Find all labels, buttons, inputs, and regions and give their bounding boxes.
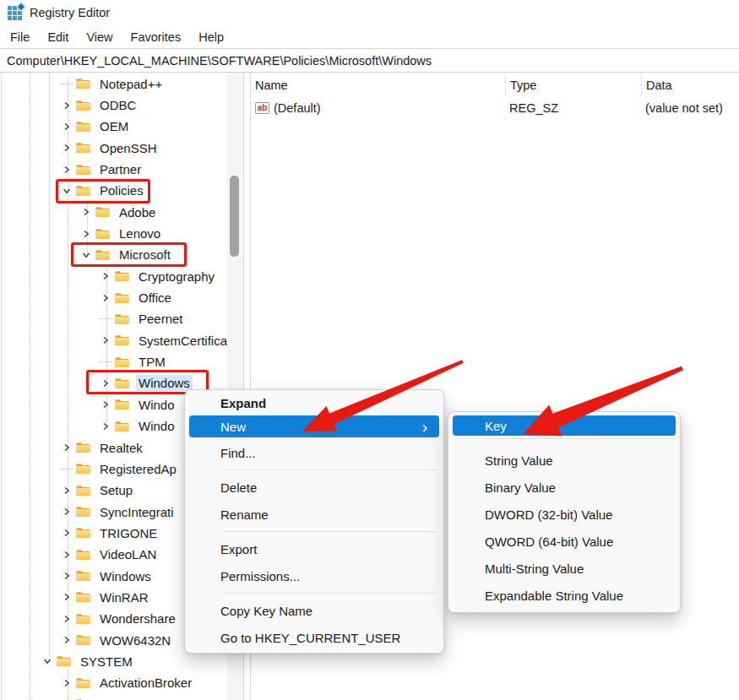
value-row-default[interactable]: (Default) REG_SZ (value not set)	[251, 96, 739, 119]
chevron-right-icon[interactable]	[61, 142, 73, 154]
chevron-down-icon[interactable]	[41, 655, 53, 667]
tree-item-label: RegisteredAp	[97, 461, 179, 477]
chevron-right-icon[interactable]	[61, 100, 73, 111]
menu-item-binary-value[interactable]: Binary Value	[448, 474, 680, 501]
menu-item-string-value[interactable]: String Value	[448, 447, 680, 474]
tree-item-label: SyncIntegrati	[97, 504, 177, 520]
chevron-right-icon[interactable]	[100, 334, 111, 346]
menu-item-expand[interactable]: Expand	[185, 392, 443, 414]
folder-icon	[57, 655, 71, 667]
tree-item-label: ActivationBroker	[97, 675, 194, 691]
menu-item-label: DWORD (32-bit) Value	[485, 507, 612, 522]
new-submenu: KeyString ValueBinary ValueDWORD (32-bit…	[448, 411, 681, 613]
column-header-name[interactable]: Name	[251, 73, 505, 96]
folder-icon	[76, 634, 90, 646]
menu-item-copy-key-name[interactable]: Copy Key Name	[185, 597, 443, 624]
tree-item-label: Realtek	[97, 440, 145, 456]
tree-item-oem[interactable]: OEM	[0, 116, 245, 137]
tree-item-lenovo[interactable]: Lenovo	[0, 223, 245, 244]
tree-item-label: SystemCertifica	[136, 333, 230, 349]
menu-item-new[interactable]: New	[189, 415, 439, 437]
menu-item-expandable-string-value[interactable]: Expandable String Value	[448, 582, 680, 609]
menu-item-multi-string-value[interactable]: Multi-String Value	[448, 555, 680, 582]
chevron-right-icon[interactable]	[61, 164, 73, 176]
tree-item-controlset001[interactable]: ControlSet001	[0, 693, 245, 700]
menu-item-label: New	[220, 420, 246, 434]
tree-scrollbar-thumb[interactable]	[230, 176, 239, 257]
tree-item-label: Peernet	[136, 311, 186, 327]
tree-item-adobe[interactable]: Adobe	[0, 202, 245, 223]
annotation-box-microsoft	[71, 242, 187, 267]
tree-item-cryptography[interactable]: Cryptography	[0, 266, 245, 287]
menubar-item-file[interactable]: File	[10, 30, 30, 44]
menu-item-delete[interactable]: Delete	[185, 474, 443, 501]
folder-icon	[76, 613, 90, 625]
menu-item-rename[interactable]: Rename	[185, 501, 443, 528]
tree-item-activationbroker[interactable]: ActivationBroker	[0, 672, 245, 693]
tree-item-partner[interactable]: Partner	[0, 159, 245, 180]
chevron-right-icon[interactable]	[80, 206, 92, 218]
tree-item-odbc[interactable]: ODBC	[0, 95, 245, 116]
menu-item-label: Find...	[220, 446, 256, 460]
chevron-right-icon[interactable]	[61, 570, 73, 582]
folder-icon	[115, 356, 129, 368]
tree-item-openssh[interactable]: OpenSSH	[0, 138, 245, 159]
chevron-right-icon[interactable]	[61, 613, 73, 625]
tree-item-label: TRIGONE	[97, 525, 160, 541]
tree-item-office[interactable]: Office	[0, 287, 245, 308]
folder-icon	[76, 677, 90, 689]
tree-item-systemcertifica[interactable]: SystemCertifica	[0, 330, 245, 351]
chevron-right-icon[interactable]	[100, 421, 111, 432]
chevron-right-icon[interactable]	[100, 399, 111, 410]
column-header-type[interactable]: Type	[505, 73, 641, 96]
menu-item-go-to-hkey-current-user[interactable]: Go to HKEY_CURRENT_USER	[185, 624, 443, 651]
address-bar[interactable]: Computer\HKEY_LOCAL_MACHINE\SOFTWARE\Pol…	[0, 48, 739, 73]
tree-connector	[100, 361, 111, 362]
tree-item-system[interactable]: SYSTEM	[0, 651, 245, 672]
menu-separator	[222, 469, 437, 470]
folder-icon	[76, 78, 90, 90]
tree-item-label: Notepad++	[97, 76, 165, 92]
chevron-right-icon[interactable]	[61, 527, 73, 539]
menu-item-export[interactable]: Export	[185, 535, 443, 562]
chevron-right-icon[interactable]	[61, 549, 73, 561]
registry-editor-app-icon	[8, 6, 22, 20]
chevron-right-icon[interactable]	[61, 442, 73, 453]
submenu-chevron-icon	[422, 419, 431, 435]
column-header-data[interactable]: Data	[641, 73, 739, 96]
menu-separator	[222, 531, 437, 532]
value-data: (value not set)	[641, 101, 739, 115]
chevron-right-icon[interactable]	[61, 677, 73, 689]
folder-icon	[76, 121, 90, 133]
tree-item-label: WinRAR	[97, 589, 151, 605]
menubar-item-edit[interactable]: Edit	[47, 30, 68, 44]
menu-item-key[interactable]: Key	[453, 415, 676, 436]
menu-item-label: Expand	[220, 396, 266, 410]
menubar-item-view[interactable]: View	[86, 30, 112, 44]
menu-item-qword-64-bit-value[interactable]: QWORD (64-bit) Value	[448, 528, 680, 555]
tree-item-label: Setup	[97, 482, 135, 498]
chevron-right-icon[interactable]	[100, 292, 111, 304]
chevron-right-icon[interactable]	[61, 634, 73, 646]
menu-item-label: Rename	[220, 507, 269, 522]
menu-item-dword-32-bit-value[interactable]: DWORD (32-bit) Value	[448, 501, 680, 528]
chevron-right-icon[interactable]	[61, 591, 73, 603]
chevron-right-icon[interactable]	[61, 485, 73, 497]
menu-item-permissions[interactable]: Permissions...	[185, 562, 443, 589]
chevron-right-icon[interactable]	[61, 121, 73, 133]
folder-icon	[115, 334, 129, 346]
menu-item-find[interactable]: Find...	[185, 439, 443, 466]
menubar-item-help[interactable]: Help	[198, 30, 224, 44]
tree-item-peernet[interactable]: Peernet	[0, 308, 245, 329]
address-path: Computer\HKEY_LOCAL_MACHINE\SOFTWARE\Pol…	[7, 54, 432, 68]
menubar-item-favorites[interactable]: Favorites	[131, 30, 182, 44]
value-name: (Default)	[274, 101, 321, 115]
chevron-right-icon[interactable]	[80, 228, 92, 240]
folder-icon	[95, 228, 110, 240]
menu-item-label: String Value	[485, 453, 553, 468]
tree-connector	[61, 84, 73, 84]
string-value-icon	[255, 102, 269, 114]
chevron-right-icon[interactable]	[100, 270, 111, 282]
tree-item-notepad[interactable]: Notepad++	[0, 73, 245, 95]
chevron-right-icon[interactable]	[61, 506, 73, 518]
